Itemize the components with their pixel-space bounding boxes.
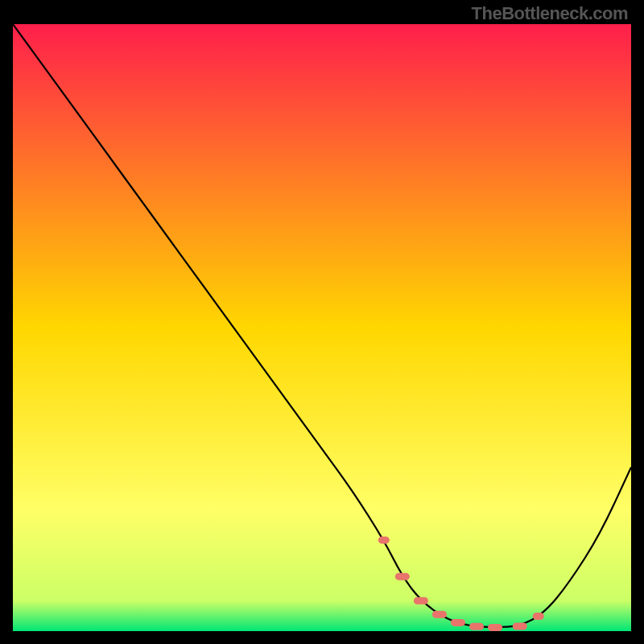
marker-dash [513,622,527,630]
chart-svg [13,24,631,631]
marker-dash [432,611,447,618]
marker-dash [414,597,428,605]
marker-dash [395,573,410,580]
plot-area [13,24,631,631]
marker-dash [451,619,465,626]
marker-dash [469,623,484,630]
marker-dash [488,624,502,631]
marker-dash [533,613,544,620]
chart-container: TheBottleneck.com [0,0,644,644]
marker-dash [378,536,390,543]
watermark-text: TheBottleneck.com [472,3,628,24]
gradient-background [13,24,631,631]
